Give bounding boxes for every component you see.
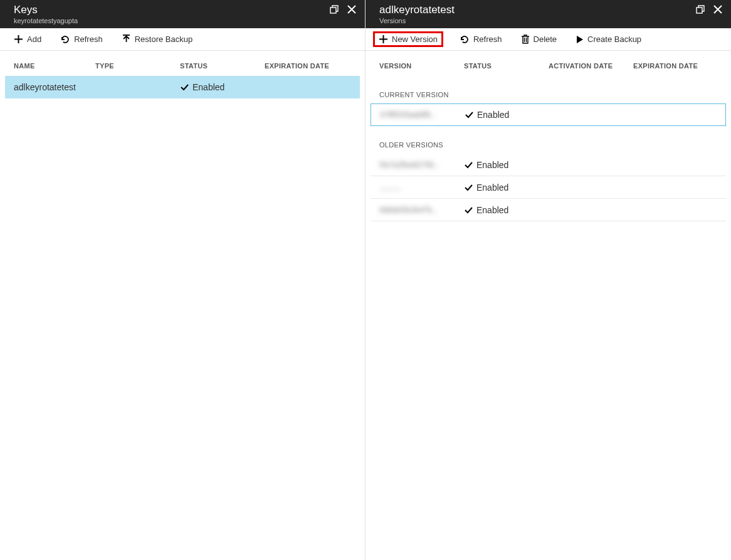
versions-column-headers: VERSION STATUS ACTIVATION DATE EXPIRATIO…: [371, 51, 726, 76]
check-icon: [465, 110, 473, 119]
older-version-row[interactable]: b8bfa935c0b478... Enabled: [371, 199, 726, 221]
close-icon[interactable]: [347, 5, 356, 14]
col-name: NAME: [14, 62, 95, 70]
play-icon: [576, 35, 584, 44]
keys-subtitle: keyrotatetestyagupta: [14, 16, 78, 25]
keys-header: Keys keyrotatetestyagupta: [0, 0, 365, 28]
version-status: Enabled: [464, 160, 577, 170]
restore-backup-button[interactable]: Restore Backup: [119, 33, 196, 45]
older-versions-heading: OLDER VERSIONS: [371, 126, 726, 154]
col-expiration: EXPIRATION DATE: [265, 62, 351, 70]
current-version-heading: CURRENT VERSION: [371, 76, 726, 103]
svg-rect-0: [330, 8, 336, 13]
versions-header: adlkeyrotatetest Versions: [366, 0, 731, 28]
key-row[interactable]: adlkeyrotatetest Enabled: [5, 76, 360, 98]
plus-icon: [379, 34, 388, 44]
keys-panel: Keys keyrotatetestyagupta Add: [0, 0, 366, 560]
version-id: ............: [379, 183, 464, 192]
close-icon[interactable]: [713, 5, 722, 14]
check-icon: [180, 83, 189, 92]
restore-window-icon[interactable]: [696, 5, 705, 14]
check-icon: [464, 161, 473, 169]
refresh-label: Refresh: [473, 34, 502, 44]
app-container: Keys keyrotatetestyagupta Add: [0, 0, 731, 560]
version-id: b79f5030aab8f8...: [380, 110, 465, 119]
col-status: STATUS: [464, 62, 549, 70]
new-version-button[interactable]: New Version: [373, 31, 443, 47]
versions-title: adlkeyrotatetest: [379, 4, 455, 16]
versions-toolbar: New Version Refresh Delete Create Backup: [366, 28, 731, 51]
restore-window-icon[interactable]: [330, 5, 339, 14]
version-status: Enabled: [465, 110, 577, 120]
refresh-label: Refresh: [74, 34, 103, 44]
refresh-icon: [460, 34, 470, 45]
delete-button[interactable]: Delete: [518, 33, 560, 45]
col-version: VERSION: [379, 62, 464, 70]
keys-title: Keys: [14, 4, 78, 16]
col-expiration: EXPIRATION DATE: [633, 62, 717, 70]
older-version-row[interactable]: ............ Enabled: [371, 176, 726, 199]
col-type: TYPE: [95, 62, 180, 70]
version-id: b8bfa935c0b478...: [379, 206, 464, 214]
keys-toolbar: Add Refresh Restore Backup: [0, 28, 365, 51]
keys-column-headers: NAME TYPE STATUS EXPIRATION DATE: [5, 51, 360, 76]
versions-subtitle: Versions: [379, 16, 455, 25]
version-status: Enabled: [464, 205, 577, 215]
refresh-button[interactable]: Refresh: [457, 33, 505, 46]
plus-icon: [14, 34, 23, 44]
version-status: Enabled: [464, 182, 577, 193]
new-version-label: New Version: [392, 34, 438, 44]
add-label: Add: [27, 34, 41, 44]
key-row-status: Enabled: [180, 82, 265, 92]
col-activation: ACTIVATION DATE: [549, 62, 633, 70]
add-button[interactable]: Add: [11, 33, 44, 45]
delete-label: Delete: [534, 34, 557, 44]
check-icon: [464, 183, 473, 192]
restore-icon: [122, 34, 131, 44]
refresh-icon: [60, 34, 70, 45]
current-version-row[interactable]: b79f5030aab8f8... Enabled: [371, 103, 726, 126]
trash-icon: [521, 34, 530, 44]
refresh-button[interactable]: Refresh: [58, 33, 105, 46]
key-row-name: adlkeyrotatetest: [14, 82, 95, 92]
versions-panel: adlkeyrotatetest Versions New Version: [366, 0, 731, 560]
check-icon: [464, 206, 473, 214]
col-status: STATUS: [180, 62, 265, 70]
create-backup-button[interactable]: Create Backup: [573, 33, 644, 45]
restore-label: Restore Backup: [135, 34, 193, 44]
create-backup-label: Create Backup: [587, 34, 641, 44]
older-version-row[interactable]: f3e7a1f5ee62746... Enabled: [371, 154, 726, 176]
svg-rect-1: [697, 8, 702, 13]
version-id: f3e7a1f5ee62746...: [379, 161, 464, 169]
